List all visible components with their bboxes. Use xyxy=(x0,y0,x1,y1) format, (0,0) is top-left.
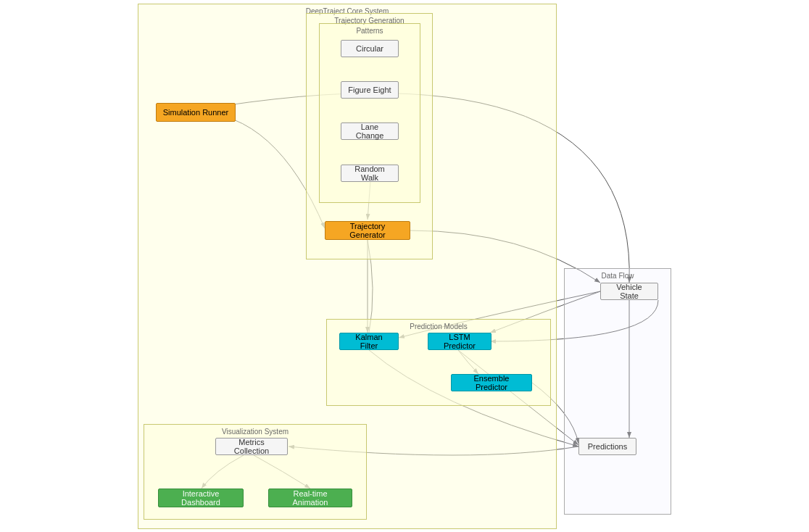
canvas: DeepTraject Core System Trajectory Gener… xyxy=(0,0,809,532)
prediction-models-label: Prediction Models xyxy=(410,323,467,331)
trajectory-generator-node[interactable]: Trajectory Generator xyxy=(325,221,410,240)
random-walk-node[interactable]: Random Walk xyxy=(341,165,399,182)
visualization-label: Visualization System xyxy=(222,428,289,436)
predictions-node[interactable]: Predictions xyxy=(578,438,636,455)
data-flow-region: Data Flow xyxy=(564,268,671,515)
ensemble-predictor-node[interactable]: Ensemble Predictor xyxy=(451,374,532,391)
data-flow-label: Data Flow xyxy=(601,272,634,280)
metrics-collection-node[interactable]: Metrics Collection xyxy=(215,438,288,455)
patterns-label: Patterns xyxy=(356,27,383,35)
kalman-filter-node[interactable]: Kalman Filter xyxy=(339,333,399,350)
realtime-animation-node[interactable]: Real-time Animation xyxy=(268,489,352,507)
lane-change-node[interactable]: Lane Change xyxy=(341,122,399,140)
vehicle-state-node[interactable]: Vehicle State xyxy=(600,283,658,300)
figure-eight-node[interactable]: Figure Eight xyxy=(341,81,399,99)
simulation-runner-node[interactable]: Simulation Runner xyxy=(156,103,236,122)
prediction-models-region: Prediction Models xyxy=(326,319,551,406)
circular-node[interactable]: Circular xyxy=(341,40,399,57)
interactive-dashboard-node[interactable]: Interactive Dashboard xyxy=(158,489,244,507)
lstm-predictor-node[interactable]: LSTM Predictor xyxy=(428,333,491,350)
